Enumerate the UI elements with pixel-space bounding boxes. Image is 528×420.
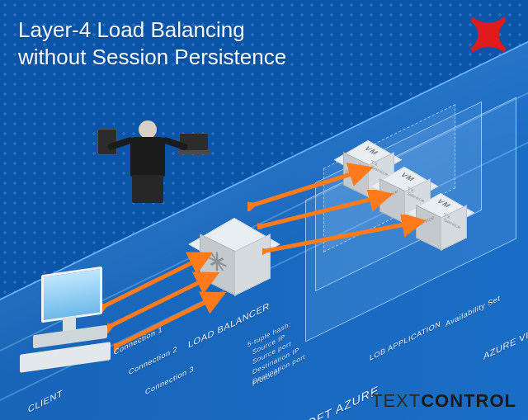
user-figure (99, 120, 198, 219)
brand-light: TEXT (371, 390, 421, 411)
monitor-icon (41, 267, 102, 323)
brand-bold: CONTROL (421, 390, 516, 411)
brand-logo: TEXTCONTROL (371, 390, 516, 412)
cross-icon (464, 10, 513, 59)
node-client (16, 271, 116, 370)
diagram-title: Layer-4 Load Balancing without Session P… (18, 17, 286, 70)
